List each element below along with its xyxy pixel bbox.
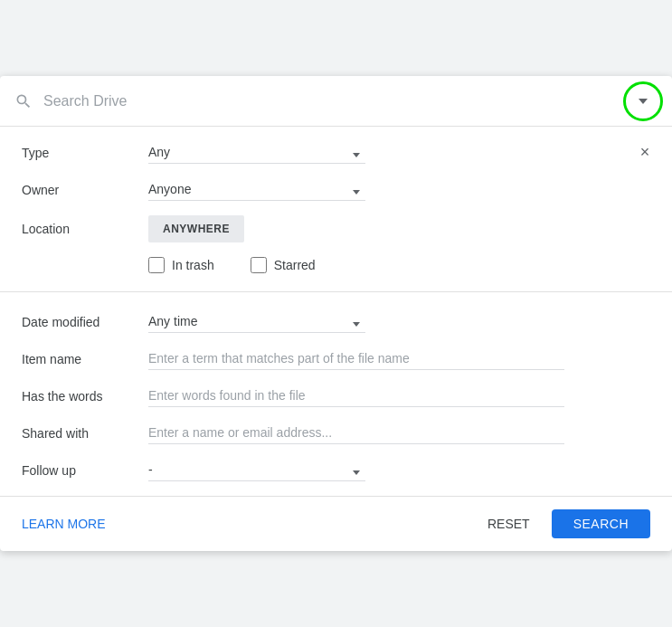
item-name-label: Item name: [22, 352, 148, 366]
has-words-label: Has the words: [22, 389, 148, 404]
follow-up-select[interactable]: - Suggestions Action items Mentions: [148, 459, 365, 481]
item-name-control: [148, 347, 650, 370]
type-row: Type Any Documents Spreadsheets Presenta…: [22, 141, 650, 164]
shared-with-label: Shared with: [22, 426, 148, 441]
chevron-down-icon: [639, 99, 648, 104]
search-bar: [0, 76, 672, 127]
item-name-input[interactable]: [148, 347, 564, 370]
in-trash-label: In trash: [172, 258, 214, 272]
form-section-2: Date modified Any time Today Last 7 days…: [0, 292, 672, 497]
owner-select-wrapper: Anyone Me Not me Specific person: [148, 178, 365, 201]
date-modified-row: Date modified Any time Today Last 7 days…: [22, 310, 650, 333]
owner-control: Anyone Me Not me Specific person: [148, 178, 650, 201]
follow-up-row: Follow up - Suggestions Action items Men…: [22, 459, 650, 481]
shared-with-input[interactable]: [148, 422, 564, 444]
type-control: Any Documents Spreadsheets Presentations…: [148, 141, 650, 164]
starred-checkbox-item[interactable]: Starred: [251, 257, 316, 273]
follow-up-select-wrapper: - Suggestions Action items Mentions: [148, 459, 365, 481]
reset-button[interactable]: RESET: [473, 509, 544, 538]
date-modified-select[interactable]: Any time Today Last 7 days Last 30 days …: [148, 310, 365, 333]
follow-up-label: Follow up: [22, 463, 148, 478]
close-button[interactable]: ×: [632, 139, 658, 165]
search-input[interactable]: [43, 93, 658, 109]
in-trash-checkbox-item[interactable]: In trash: [148, 257, 214, 273]
footer-buttons: RESET SEARCH: [473, 509, 650, 538]
in-trash-checkbox[interactable]: [148, 257, 165, 273]
form-section-1: Type Any Documents Spreadsheets Presenta…: [0, 127, 672, 292]
footer: LEARN MORE RESET SEARCH: [0, 497, 672, 551]
location-control: ANYWHERE: [148, 215, 650, 242]
item-name-row: Item name: [22, 347, 650, 370]
type-select-wrapper: Any Documents Spreadsheets Presentations…: [148, 141, 365, 164]
search-button[interactable]: SEARCH: [552, 509, 650, 538]
owner-row: Owner Anyone Me Not me Specific person: [22, 178, 650, 201]
date-modified-label: Date modified: [22, 315, 148, 329]
date-modified-control: Any time Today Last 7 days Last 30 days …: [148, 310, 650, 333]
search-icon: [14, 92, 33, 110]
owner-select[interactable]: Anyone Me Not me Specific person: [148, 178, 365, 201]
starred-label: Starred: [274, 258, 316, 272]
shared-with-row: Shared with: [22, 422, 650, 444]
has-words-control: [148, 385, 650, 407]
location-button[interactable]: ANYWHERE: [148, 215, 244, 242]
search-panel: × Type Any Documents Spreadsheets Presen…: [0, 76, 672, 551]
owner-label: Owner: [22, 183, 148, 197]
has-words-row: Has the words: [22, 385, 650, 407]
location-label: Location: [22, 222, 148, 236]
shared-with-control: [148, 422, 650, 444]
type-label: Type: [22, 146, 148, 160]
date-modified-select-wrapper: Any time Today Last 7 days Last 30 days …: [148, 310, 365, 333]
type-select[interactable]: Any Documents Spreadsheets Presentations…: [148, 141, 365, 164]
checkbox-row: In trash Starred: [148, 257, 650, 273]
has-words-input[interactable]: [148, 385, 564, 407]
starred-checkbox[interactable]: [251, 257, 267, 273]
search-dropdown-button[interactable]: [623, 81, 663, 121]
location-row: Location ANYWHERE: [22, 215, 650, 242]
learn-more-link[interactable]: LEARN MORE: [22, 517, 106, 531]
follow-up-control: - Suggestions Action items Mentions: [148, 459, 650, 481]
